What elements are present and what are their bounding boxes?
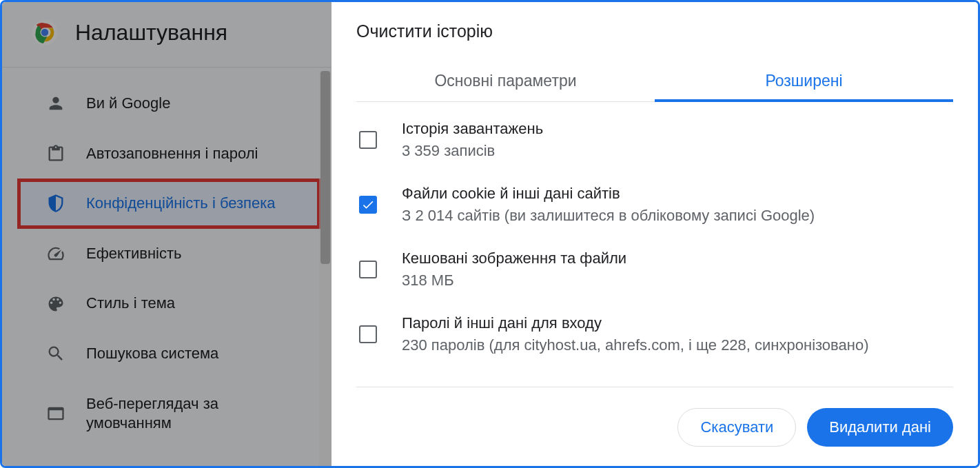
checkbox-passwords[interactable]: [359, 325, 377, 343]
sidebar-item-label: Веб-переглядач за умовчанням: [86, 394, 301, 434]
dialog-buttons: Скасувати Видалити дані: [356, 387, 953, 447]
option-title: Історія завантажень: [402, 120, 543, 138]
tab-advanced[interactable]: Розширені: [655, 62, 953, 101]
checkbox-cookies[interactable]: [359, 196, 377, 214]
option-desc: 230 паролів (для cityhost.ua, ahrefs.com…: [402, 336, 868, 354]
settings-nav: Ви й Google Автозаповнення і паролі Конф…: [2, 68, 331, 447]
sidebar-item-label: Автозаповнення і паролі: [86, 144, 258, 164]
option-passwords: Паролі й інші дані для входу 230 паролів…: [356, 302, 953, 367]
sidebar-item-label: Ви й Google: [86, 94, 170, 114]
option-desc: 3 359 записів: [402, 142, 543, 160]
shield-icon: [46, 194, 65, 213]
clipboard-icon: [46, 144, 65, 163]
option-title: Паролі й інші дані для входу: [402, 314, 868, 332]
search-icon: [46, 344, 65, 363]
clear-browsing-data-dialog: Очистити історію Основні параметри Розши…: [331, 2, 978, 466]
speedometer-icon: [46, 244, 65, 263]
option-title: Файли cookie й інші дані сайтів: [402, 185, 815, 203]
checkbox-download-history[interactable]: [359, 131, 377, 149]
option-title: Кешовані зображення та файли: [402, 250, 626, 267]
dialog-tabs: Основні параметри Розширені: [356, 62, 953, 102]
option-desc: З 2 014 сайтів (ви залишитеся в обліково…: [402, 207, 815, 225]
sidebar-item-privacy-security[interactable]: Конфіденційність і безпека: [19, 180, 319, 227]
option-cookies: Файли cookie й інші дані сайтів З 2 014 …: [356, 172, 953, 237]
chrome-logo-icon: [31, 19, 59, 46]
option-desc: 318 МБ: [402, 272, 626, 289]
sidebar-item-appearance[interactable]: Стиль і тема: [12, 280, 319, 327]
checkbox-cached-images[interactable]: [359, 261, 377, 278]
option-cached-images: Кешовані зображення та файли 318 МБ: [356, 237, 953, 302]
sidebar-item-autofill[interactable]: Автозаповнення і паролі: [12, 130, 319, 178]
sidebar-item-default-browser[interactable]: Веб-переглядач за умовчанням: [12, 380, 319, 447]
settings-sidebar: Налаштування Ви й Google Автозаповнення …: [2, 2, 331, 466]
sidebar-item-you-and-google[interactable]: Ви й Google: [12, 80, 319, 128]
scrollbar[interactable]: [319, 71, 331, 466]
sidebar-header: Налаштування: [2, 2, 331, 68]
option-download-history: Історія завантажень 3 359 записів: [356, 108, 953, 172]
dialog-title: Очистити історію: [356, 21, 953, 41]
clear-options-list: Історія завантажень 3 359 записів Файли …: [356, 102, 953, 384]
clear-data-button[interactable]: Видалити дані: [807, 408, 953, 447]
palette-icon: [46, 294, 65, 314]
sidebar-item-label: Стиль і тема: [86, 294, 175, 314]
sidebar-item-label: Конфіденційність і безпека: [86, 194, 276, 214]
browser-icon: [46, 404, 65, 423]
sidebar-item-label: Пошукова система: [86, 344, 218, 364]
sidebar-title: Налаштування: [75, 20, 227, 45]
tab-basic[interactable]: Основні параметри: [356, 62, 655, 101]
person-icon: [46, 94, 65, 113]
scrollbar-thumb[interactable]: [320, 71, 330, 264]
sidebar-item-performance[interactable]: Ефективність: [12, 230, 319, 278]
sidebar-item-label: Ефективність: [86, 244, 182, 264]
sidebar-item-search-engine[interactable]: Пошукова система: [12, 330, 319, 378]
cancel-button[interactable]: Скасувати: [677, 408, 796, 447]
